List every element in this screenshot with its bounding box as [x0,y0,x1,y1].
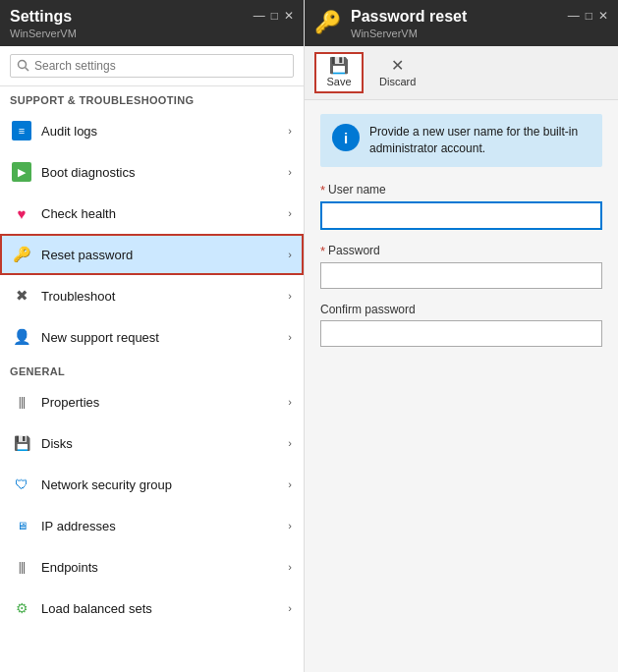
confirm-password-label: Confirm password [320,303,602,316]
save-label: Save [326,76,351,87]
username-required-star: * [320,183,325,197]
reset-password-icon: 🔑 [12,245,31,264]
sidebar-item-reset-password[interactable]: 🔑 Reset password › [0,234,304,275]
sidebar-item-troubleshoot[interactable]: ✖ Troubleshoot › [0,275,304,316]
password-reset-key-icon: 🔑 [314,10,341,35]
left-window-controls: — □ ✕ [253,10,294,22]
left-title: Settings [10,8,77,26]
endpoints-label: Endpoints [41,560,288,575]
info-text: Provide a new user name for the built-in… [369,124,590,157]
disks-label: Disks [41,436,288,451]
new-support-chevron: › [288,331,292,343]
section-label-general: GENERAL [0,358,304,381]
sidebar-item-audit-logs[interactable]: ≡ Audit logs › [0,110,304,151]
sidebar-item-boot-diagnostics[interactable]: ▶ Boot diagnostics › [0,151,304,193]
boot-diagnostics-label: Boot diagnostics [41,165,288,180]
password-required-star: * [320,244,325,258]
nsg-icon: 🛡 [12,475,31,494]
check-health-label: Check health [41,206,288,221]
confirm-password-label-text: Confirm password [320,303,416,316]
lb-sets-chevron: › [288,602,292,614]
sidebar-item-nsg[interactable]: 🛡 Network security group › [0,464,304,505]
right-maximize-button[interactable]: □ [586,10,592,22]
boot-diagnostics-chevron: › [288,166,292,178]
sidebar-item-new-support[interactable]: 👤 New support request › [0,316,304,358]
maximize-button[interactable]: □ [271,10,278,22]
info-banner: i Provide a new user name for the built-… [320,114,602,167]
right-title-area: 🔑 Password reset WinServerVM [314,8,467,40]
ip-addresses-label: IP addresses [41,519,288,533]
discard-icon: ✕ [391,58,404,74]
username-field-group: * User name [320,183,602,230]
search-bar [0,46,304,86]
confirm-password-input[interactable] [320,320,602,347]
sidebar-item-lb-sets[interactable]: ⚙ Load balanced sets › [0,588,304,629]
troubleshoot-chevron: › [288,290,292,302]
troubleshoot-icon: ✖ [12,286,31,306]
check-health-icon: ♥ [12,203,31,223]
search-input[interactable] [10,54,294,78]
disks-icon: 💾 [12,433,31,453]
lb-sets-icon: ⚙ [12,598,31,618]
minimize-button[interactable]: — [253,10,265,22]
sidebar-item-endpoints[interactable]: ||| Endpoints › [0,546,304,588]
properties-chevron: › [288,396,292,408]
properties-label: Properties [41,395,288,410]
password-label-text: Password [328,244,380,257]
section-label-support: SUPPORT & TROUBLESHOOTING [0,86,304,110]
username-label-text: User name [328,183,386,196]
right-title: Password reset [351,8,467,26]
username-label: * User name [320,183,602,197]
sidebar-item-ip-addresses[interactable]: 🖥 IP addresses › [0,505,304,546]
sidebar-item-check-health[interactable]: ♥ Check health › [0,193,304,234]
reset-password-label: Reset password [41,248,288,262]
left-subtitle: WinServerVM [10,28,77,39]
password-field-group: * Password [320,244,602,289]
endpoints-chevron: › [288,561,292,573]
right-content: i Provide a new user name for the built-… [305,100,618,672]
ip-addresses-icon: 🖥 [12,516,31,535]
reset-password-chevron: › [288,249,292,260]
nsg-chevron: › [288,478,292,490]
save-button[interactable]: 💾 Save [314,52,364,93]
right-minimize-button[interactable]: — [568,10,580,22]
nsg-label: Network security group [41,477,288,492]
properties-icon: ||| [12,392,31,412]
audit-logs-chevron: › [288,125,292,137]
troubleshoot-label: Troubleshoot [41,289,288,304]
save-icon: 💾 [329,58,349,74]
discard-label: Discard [379,76,416,87]
right-titlebar: 🔑 Password reset WinServerVM — □ ✕ [305,0,618,46]
confirm-password-field-group: Confirm password [320,303,602,347]
audit-logs-label: Audit logs [41,124,288,139]
left-title-area: Settings WinServerVM [10,8,77,40]
sidebar-item-disks[interactable]: 💾 Disks › [0,422,304,464]
right-subtitle: WinServerVM [351,28,418,39]
right-window-controls: — □ ✕ [568,10,608,22]
username-input[interactable] [320,201,602,230]
right-close-button[interactable]: ✕ [598,10,608,22]
info-icon: i [332,124,360,151]
right-panel: 🔑 Password reset WinServerVM — □ ✕ 💾 Sav… [305,0,618,672]
new-support-icon: 👤 [12,327,31,347]
left-content: SUPPORT & TROUBLESHOOTING ≡ Audit logs ›… [0,86,304,672]
left-panel: Settings WinServerVM — □ ✕ SUPPORT & TRO… [0,0,305,672]
disks-chevron: › [288,437,292,449]
close-button[interactable]: ✕ [284,10,294,22]
check-health-chevron: › [288,207,292,219]
right-title-text: Password reset WinServerVM [351,8,467,40]
boot-diagnostics-icon: ▶ [12,162,31,182]
sidebar-item-properties[interactable]: ||| Properties › [0,381,304,422]
discard-button[interactable]: ✕ Discard [367,52,427,93]
password-input[interactable] [320,262,602,289]
audit-logs-icon: ≡ [12,121,31,140]
ip-addresses-chevron: › [288,520,292,532]
lb-sets-label: Load balanced sets [41,601,288,616]
endpoints-icon: ||| [12,557,31,577]
new-support-label: New support request [41,330,288,345]
password-label: * Password [320,244,602,258]
right-toolbar: 💾 Save ✕ Discard [305,46,618,100]
left-titlebar: Settings WinServerVM — □ ✕ [0,0,304,46]
